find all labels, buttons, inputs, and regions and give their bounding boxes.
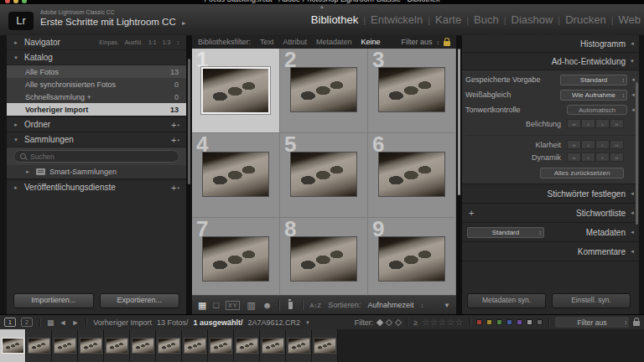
sort-value[interactable]: Aufnahmezeit [367, 301, 413, 309]
filter-option-metadaten[interactable]: Metadaten [316, 38, 352, 46]
filter-preset-stepper-icon[interactable]: ↕ [437, 39, 440, 45]
color-label-custom[interactable] [537, 319, 543, 325]
catalog-title-arrow-icon[interactable]: ► [181, 20, 187, 26]
filmstrip-photo-13[interactable] [312, 329, 338, 362]
increase-button[interactable]: › [595, 119, 610, 128]
photo-thumbnail[interactable] [290, 236, 357, 282]
increase-button[interactable]: › [595, 153, 610, 162]
filmstrip-photo-6[interactable] [130, 329, 156, 362]
chevron-right-icon[interactable]: ► [13, 122, 20, 127]
sync-settings-button[interactable]: Einstell. syn. [552, 293, 631, 308]
filmstrip-filter-preset-dropdown[interactable]: Filter aus↕ [555, 317, 629, 328]
color-label-blue[interactable] [506, 319, 512, 325]
smart-collections-row[interactable]: ► Smart-Sammlungen [7, 165, 186, 178]
grid-cell-2[interactable]: 2 [280, 49, 368, 133]
filmstrip-photo-9[interactable] [208, 329, 234, 362]
zoom-fill-option[interactable]: Ausfül. [125, 39, 143, 45]
chevron-down-icon[interactable]: ▼ [13, 55, 20, 60]
filmstrip-photo-12[interactable] [286, 329, 312, 362]
add-folder-button[interactable]: +▾ [171, 121, 179, 129]
decrease-button[interactable]: ‹ [581, 119, 595, 128]
increase-large-button[interactable]: ›› [610, 119, 624, 128]
photo-thumbnail[interactable] [201, 67, 270, 114]
grid-cell-4[interactable]: 4 [192, 133, 280, 218]
photo-thumbnail[interactable] [202, 152, 269, 197]
grid-cell-5[interactable]: 5 [280, 133, 368, 218]
chevron-left-icon[interactable]: ◄ [630, 210, 635, 215]
import-button[interactable]: Importieren... [13, 293, 94, 308]
module-bibliothek[interactable]: Bibliothek [311, 13, 358, 26]
toolbar-options-caret-icon[interactable]: ▼ [444, 302, 450, 309]
chevron-right-icon[interactable]: ► [13, 40, 20, 45]
module-web[interactable]: Web [619, 13, 641, 26]
flag-rejected-icon[interactable] [395, 318, 402, 325]
chevron-left-icon[interactable]: ◄ [630, 230, 635, 235]
second-window-button[interactable]: 2 [21, 318, 33, 327]
search-input[interactable] [30, 153, 173, 161]
decrease-button[interactable]: ‹ [581, 153, 595, 162]
scrollbar-thumb[interactable] [458, 49, 460, 195]
module-entwickeln[interactable]: Entwickeln [371, 13, 423, 26]
filter-preset-value[interactable]: Filter aus [401, 38, 432, 46]
collection-search[interactable] [13, 150, 179, 163]
quick-develop-header[interactable]: Ad-hoc-Entwicklung ▼ [462, 53, 639, 70]
grid-cell-9[interactable]: 9 [368, 218, 456, 295]
sort-direction-icon[interactable]: A↕Z [309, 303, 321, 308]
veroeffentlichungsdienste-header[interactable]: ► Veröffentlichungsdienste +▾ [7, 179, 186, 194]
zoom-1-3-option[interactable]: 1:3 [163, 39, 171, 45]
chevron-left-icon[interactable]: ◄ [630, 249, 635, 254]
grid-view-shortcut-icon[interactable]: ▦ [47, 318, 55, 327]
rating-stars[interactable]: ☆☆☆☆☆ [422, 318, 464, 327]
photo-thumbnail[interactable] [290, 67, 357, 112]
minimize-window-button[interactable] [13, 0, 18, 3]
photo-thumbnail[interactable] [378, 67, 445, 112]
filmstrip-photo-5[interactable] [104, 329, 130, 362]
decrease-large-button[interactable]: ‹‹ [567, 153, 581, 162]
color-label-none[interactable] [527, 319, 532, 325]
filmstrip-source-caret-icon[interactable]: ▼ [305, 320, 310, 325]
chevron-down-icon[interactable]: ▼ [13, 137, 20, 142]
filmstrip-photo-1[interactable] [0, 329, 26, 362]
survey-view-button[interactable]: ▥ [247, 301, 255, 310]
metadata-header[interactable]: Standard↕ Metadaten ◄ [462, 223, 639, 242]
increase-button[interactable]: › [595, 140, 610, 149]
catalog-item-synchronisierte-fotos[interactable]: Alle synchronisierten Fotos 0 [7, 78, 186, 90]
grid-cell-7[interactable]: 7 [192, 218, 280, 295]
filmstrip-photo-11[interactable] [260, 329, 286, 362]
module-karte[interactable]: Karte [435, 13, 461, 26]
filmstrip-photo-8[interactable] [182, 329, 208, 362]
increase-large-button[interactable]: ›› [610, 153, 624, 162]
filter-option-attribut[interactable]: Attribut [283, 38, 308, 46]
color-label-yellow[interactable] [486, 319, 492, 325]
add-keyword-button[interactable]: + [469, 208, 474, 218]
decrease-large-button[interactable]: ‹‹ [567, 140, 581, 149]
export-button[interactable]: Exportieren... [100, 293, 180, 308]
people-view-button[interactable]: ☻ [262, 301, 273, 310]
filter-lock-icon[interactable] [444, 41, 450, 46]
filter-option-text[interactable]: Text [260, 38, 274, 46]
add-collection-button[interactable]: +▾ [171, 136, 179, 144]
grid-cell-1[interactable]: 1 [192, 49, 280, 133]
chevron-left-icon[interactable]: ◄ [631, 77, 636, 82]
photo-thumbnail[interactable] [378, 152, 445, 197]
painter-spray-icon[interactable] [288, 302, 293, 309]
photo-thumbnail[interactable] [202, 236, 269, 282]
close-window-button[interactable] [5, 0, 10, 3]
histogramm-header[interactable]: Histogramm ◄ [462, 35, 639, 53]
chevron-left-icon[interactable]: ◄ [630, 41, 635, 46]
module-drucken[interactable]: Drucken [565, 13, 605, 26]
filter-option-keine[interactable]: Keine [361, 38, 381, 46]
katalog-header[interactable]: ▼ Katalog [7, 49, 186, 65]
filmstrip-photo-2[interactable] [26, 329, 52, 362]
auto-tone-button[interactable]: Automatisch [567, 105, 627, 115]
grid-cell-3[interactable]: 3 [368, 49, 456, 133]
photo-thumbnail[interactable] [378, 236, 445, 282]
sammlungen-header[interactable]: ▼ Sammlungen +▾ [7, 132, 186, 147]
ordner-header[interactable]: ► Ordner +▾ [7, 116, 186, 132]
comments-header[interactable]: Kommentare ◄ [462, 242, 639, 261]
sync-metadata-button[interactable]: Metadaten syn. [467, 293, 546, 308]
white-balance-dropdown[interactable]: Wie Aufnahme↕ [560, 90, 627, 101]
zoom-stepper-icon[interactable]: ↕ [177, 39, 180, 45]
zoom-window-button[interactable] [22, 0, 27, 3]
sort-stepper-icon[interactable]: ↕ [420, 303, 423, 308]
